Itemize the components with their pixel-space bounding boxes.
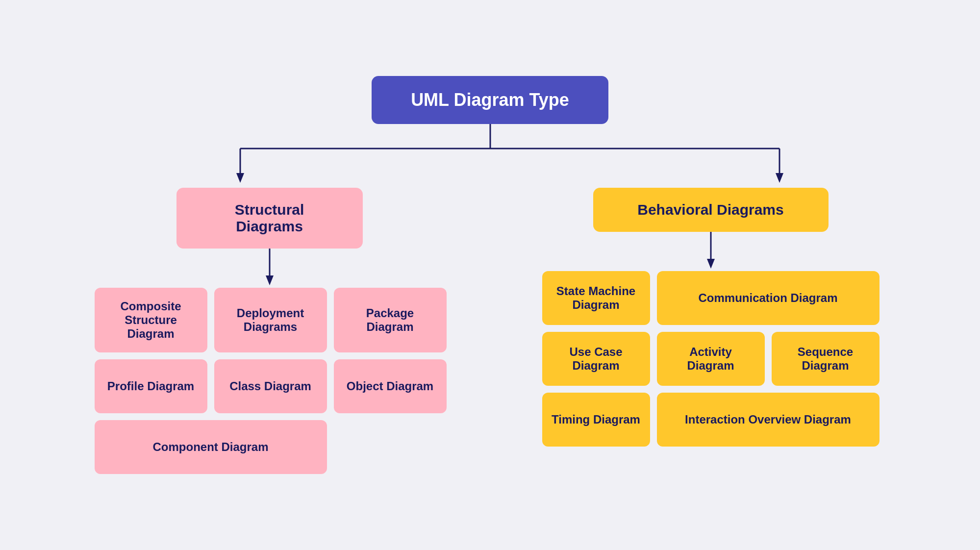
root-node: UML Diagram Type [372, 76, 608, 124]
structural-child-5: Class Diagram [214, 359, 327, 413]
structural-branch: Structural Diagrams Composite Structure … [49, 188, 490, 474]
behavioral-child-1: State Machine Diagram [542, 271, 650, 325]
behavioral-child-5: Sequence Diagram [772, 332, 879, 386]
behavioral-node: Behavioral Diagrams [593, 188, 829, 232]
behavioral-arrow-svg [699, 232, 723, 271]
structural-node: Structural Diagrams [176, 188, 363, 249]
behavioral-children-grid: State Machine Diagram Communication Diag… [542, 271, 879, 447]
behavioral-child-7: Interaction Overview Diagram [657, 393, 879, 447]
svg-marker-5 [776, 173, 783, 183]
behavioral-branch: Behavioral Diagrams State Machine Diagra… [490, 188, 931, 474]
behavioral-child-4: Activity Diagram [657, 332, 765, 386]
svg-marker-3 [236, 173, 244, 183]
structural-child-7: Component Diagram [95, 420, 327, 474]
behavioral-child-2: Communication Diagram [657, 271, 879, 325]
structural-child-1: Composite Structure Diagram [95, 288, 207, 352]
svg-marker-9 [707, 259, 715, 269]
diagram-container: UML Diagram Type Structural Diagrams [0, 76, 980, 474]
structural-child-4: Profile Diagram [95, 359, 207, 413]
structural-children-grid: Composite Structure Diagram Deployment D… [95, 288, 445, 474]
structural-child-3: Package Diagram [334, 288, 447, 352]
structural-child-6: Object Diagram [334, 359, 447, 413]
behavioral-label: Behavioral Diagrams [637, 201, 783, 218]
svg-marker-7 [266, 275, 274, 285]
behavioral-child-3: Use Case Diagram [542, 332, 650, 386]
root-label: UML Diagram Type [411, 90, 569, 110]
behavioral-child-6: Timing Diagram [542, 393, 650, 447]
structural-child-2: Deployment Diagrams [214, 288, 327, 352]
root-connector-svg [49, 124, 931, 188]
branches-row: Structural Diagrams Composite Structure … [0, 188, 980, 474]
structural-arrow-svg [257, 249, 282, 288]
structural-label: Structural Diagrams [235, 201, 304, 234]
